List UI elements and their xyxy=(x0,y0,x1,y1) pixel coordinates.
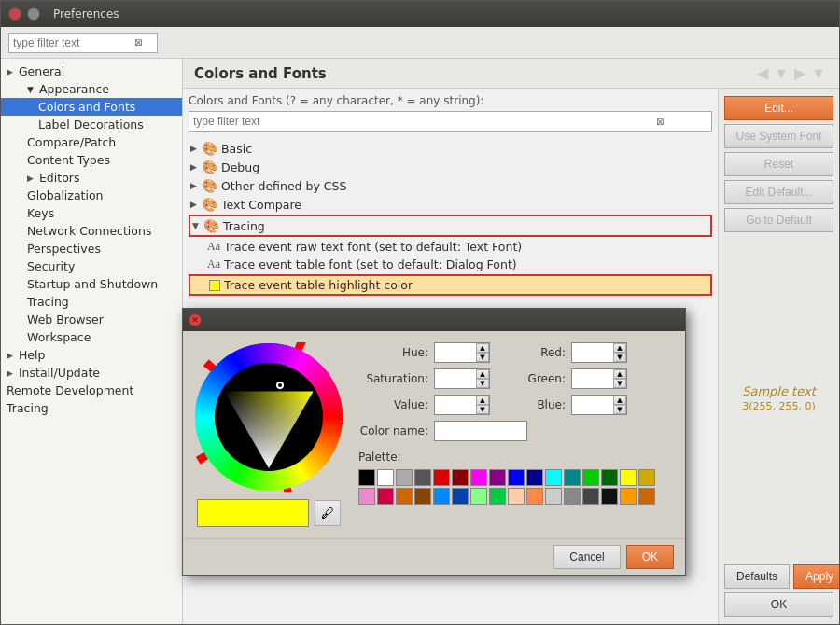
filter-input-box[interactable]: ⊠ xyxy=(189,111,712,132)
color-wheel-canvas[interactable] xyxy=(194,342,343,492)
tree-node-tracing[interactable]: ▼ 🎨 Tracing xyxy=(190,216,710,235)
sidebar-item-general[interactable]: ▶ General xyxy=(1,62,182,80)
red-spinner[interactable]: 255 ▲ ▼ xyxy=(571,342,627,363)
palette-cell[interactable] xyxy=(545,469,562,486)
edit-default-button[interactable]: Edit Default... xyxy=(724,180,833,204)
sidebar-item-label-decorations[interactable]: Label Decorations xyxy=(1,116,182,133)
nav-back-button[interactable]: ◀ xyxy=(755,64,770,82)
blue-spinner[interactable]: 0 ▲ ▼ xyxy=(571,395,627,415)
apply-button[interactable]: Apply xyxy=(793,564,839,589)
green-down-button[interactable]: ▼ xyxy=(613,379,626,388)
sidebar-item-workspace[interactable]: Workspace xyxy=(1,328,182,346)
sidebar-item-keys[interactable]: Keys xyxy=(1,204,182,222)
palette-cell[interactable] xyxy=(489,488,506,505)
blue-up-button[interactable]: ▲ xyxy=(613,396,626,405)
sidebar-item-editors[interactable]: ▶ Editors xyxy=(1,169,182,187)
sidebar-item-tracing[interactable]: Tracing xyxy=(1,293,182,311)
val-down-button[interactable]: ▼ xyxy=(476,405,489,414)
palette-cell[interactable] xyxy=(526,469,543,486)
search-clear-icon[interactable]: ⊠ xyxy=(134,37,142,48)
saturation-input[interactable]: 100 xyxy=(439,372,476,385)
sidebar-item-security[interactable]: Security xyxy=(1,257,182,275)
red-input[interactable]: 255 xyxy=(576,346,613,359)
palette-cell[interactable] xyxy=(452,469,469,486)
green-input[interactable]: 255 xyxy=(576,372,613,385)
val-up-button[interactable]: ▲ xyxy=(476,396,489,405)
sat-up-button[interactable]: ▲ xyxy=(476,369,489,379)
nav-forward-button[interactable]: ▶ xyxy=(792,64,807,82)
sat-down-button[interactable]: ▼ xyxy=(476,379,489,388)
hue-spinner[interactable]: 60 ▲ ▼ xyxy=(434,342,490,363)
palette-cell[interactable] xyxy=(470,469,487,486)
go-to-default-button[interactable]: Go to Default xyxy=(724,208,833,232)
palette-cell[interactable] xyxy=(396,469,413,486)
sidebar-item-compare-patch[interactable]: Compare/Patch xyxy=(1,133,182,151)
palette-cell[interactable] xyxy=(433,488,450,505)
eyedropper-button[interactable]: 🖋 xyxy=(315,500,341,526)
palette-cell[interactable] xyxy=(414,488,431,505)
sidebar-item-content-types[interactable]: Content Types xyxy=(1,151,182,169)
hue-down-button[interactable]: ▼ xyxy=(476,353,489,362)
hue-input[interactable]: 60 xyxy=(439,346,476,359)
palette-cell[interactable] xyxy=(582,469,599,486)
palette-cell[interactable] xyxy=(396,488,413,505)
value-input[interactable]: 100 xyxy=(439,398,476,411)
palette-cell[interactable] xyxy=(489,469,506,486)
red-down-button[interactable]: ▼ xyxy=(613,353,626,362)
tree-node-debug[interactable]: ▶ 🎨 Debug xyxy=(189,158,712,176)
ok-button[interactable]: OK xyxy=(724,592,833,617)
red-up-button[interactable]: ▲ xyxy=(613,343,626,353)
sidebar-item-install-update[interactable]: ▶ Install/Update xyxy=(1,364,182,382)
palette-cell[interactable] xyxy=(620,488,637,505)
tree-node-other-css[interactable]: ▶ 🎨 Other defined by CSS xyxy=(189,176,712,195)
global-search-input[interactable] xyxy=(13,36,134,49)
hue-up-button[interactable]: ▲ xyxy=(476,343,489,353)
cancel-button[interactable]: Cancel xyxy=(553,545,620,569)
palette-cell[interactable] xyxy=(582,488,599,505)
sidebar-item-help[interactable]: ▶ Help xyxy=(1,346,182,364)
sidebar-item-colors-fonts[interactable]: Colors and Fonts xyxy=(1,98,182,116)
close-button[interactable] xyxy=(8,7,21,21)
palette-cell[interactable] xyxy=(638,488,655,505)
green-up-button[interactable]: ▲ xyxy=(613,369,626,379)
palette-cell[interactable] xyxy=(508,488,525,505)
blue-down-button[interactable]: ▼ xyxy=(613,405,626,414)
palette-cell[interactable] xyxy=(620,469,637,486)
nav-forward-dropdown[interactable]: ▼ xyxy=(809,65,828,82)
palette-cell[interactable] xyxy=(638,469,655,486)
green-spinner[interactable]: 255 ▲ ▼ xyxy=(571,368,627,389)
filter-text-input[interactable] xyxy=(193,115,656,128)
palette-cell[interactable] xyxy=(526,488,543,505)
tree-node-trace-raw[interactable]: Aa Trace event raw text font (set to def… xyxy=(189,238,712,256)
reset-button[interactable]: Reset xyxy=(724,152,833,176)
sidebar-item-appearance[interactable]: ▼ Appearance xyxy=(1,80,182,98)
sidebar-item-globalization[interactable]: Globalization xyxy=(1,187,182,204)
nav-back-dropdown[interactable]: ▼ xyxy=(772,65,791,82)
palette-cell[interactable] xyxy=(508,469,525,486)
clear-filter-icon[interactable]: ⊠ xyxy=(656,117,664,127)
sidebar-item-remote-dev[interactable]: Remote Development xyxy=(1,382,182,399)
ok-button[interactable]: OK xyxy=(626,545,674,569)
palette-cell[interactable] xyxy=(564,488,581,505)
saturation-spinner[interactable]: 100 ▲ ▼ xyxy=(434,368,490,389)
dialog-close-button[interactable]: ✕ xyxy=(189,313,202,326)
palette-cell[interactable] xyxy=(564,469,581,486)
palette-cell[interactable] xyxy=(377,469,394,486)
color-name-input[interactable]: #FFFF00 xyxy=(434,421,527,441)
palette-cell[interactable] xyxy=(414,469,431,486)
sidebar-item-startup[interactable]: Startup and Shutdown xyxy=(1,275,182,293)
palette-cell[interactable] xyxy=(377,488,394,505)
tree-node-text-compare[interactable]: ▶ 🎨 Text Compare xyxy=(189,195,712,214)
sidebar-item-web-browser[interactable]: Web Browser xyxy=(1,311,182,328)
palette-cell[interactable] xyxy=(452,488,469,505)
defaults-button[interactable]: Defaults xyxy=(724,564,790,589)
use-system-font-button[interactable]: Use System Font xyxy=(724,124,833,148)
color-wheel[interactable] xyxy=(194,342,343,492)
tree-node-trace-highlight[interactable]: Trace event table highlight color xyxy=(189,274,712,296)
sidebar-item-tracing2[interactable]: Tracing xyxy=(1,399,182,417)
color-picker-dialog[interactable]: ✕ xyxy=(182,308,686,576)
tree-node-trace-table-font[interactable]: Aa Trace event table font (set to defaul… xyxy=(189,256,712,273)
blue-input[interactable]: 0 xyxy=(576,398,613,411)
edit-button[interactable]: Edit... xyxy=(724,96,833,120)
sidebar-item-network[interactable]: Network Connections xyxy=(1,222,182,240)
